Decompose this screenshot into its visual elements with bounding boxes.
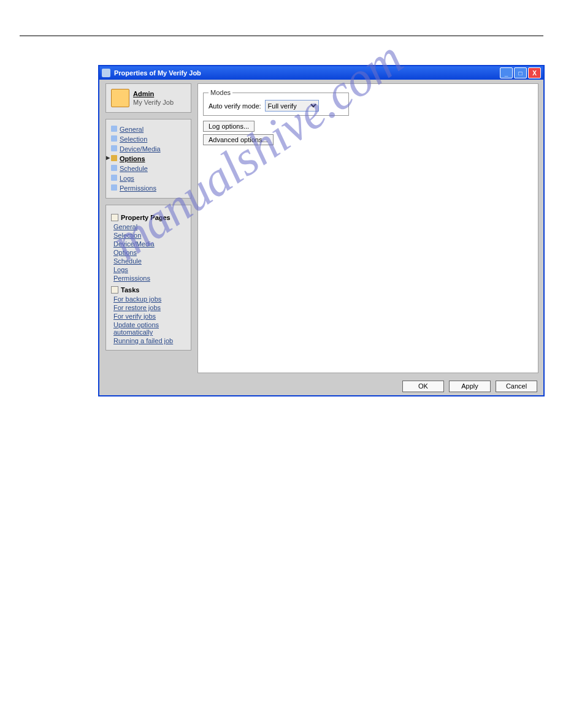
maximize-button[interactable]: □ xyxy=(514,67,527,78)
nav-item-options[interactable]: Options xyxy=(111,154,186,164)
info-panel: Property Pages General Selection Device/… xyxy=(105,205,191,351)
window-title: Properties of My Verify Job xyxy=(114,69,499,77)
nav-link[interactable]: Options xyxy=(120,155,145,162)
tasks-links: For backup jobs For restore jobs For ver… xyxy=(111,295,186,345)
job-name-label: My Verify Job xyxy=(133,99,174,106)
property-pages-heading: Property Pages xyxy=(111,214,186,221)
nav-item-selection[interactable]: Selection xyxy=(111,134,186,144)
pp-link-device-media[interactable]: Device/Media xyxy=(111,240,186,248)
task-link-verify[interactable]: For verify jobs xyxy=(111,312,186,320)
cancel-button[interactable]: Cancel xyxy=(496,381,537,392)
minimize-button[interactable]: _ xyxy=(500,67,513,78)
nav-link[interactable]: Logs xyxy=(120,175,134,182)
nav-panel: General Selection Device/Media Options S… xyxy=(105,119,191,199)
titlebar[interactable]: Properties of My Verify Job _ □ X xyxy=(99,66,543,80)
properties-window: Properties of My Verify Job _ □ X Admin … xyxy=(98,65,545,396)
pp-link-general[interactable]: General xyxy=(111,222,186,231)
pp-link-options[interactable]: Options xyxy=(111,248,186,257)
task-link-update-auto[interactable]: Update options automatically xyxy=(111,320,186,336)
page-rule xyxy=(20,36,543,36)
nav-item-device-media[interactable]: Device/Media xyxy=(111,144,186,154)
nav-link[interactable]: Selection xyxy=(120,135,147,143)
property-pages-links: General Selection Device/Media Options S… xyxy=(111,222,186,282)
auto-verify-select[interactable]: Full verify xyxy=(265,100,319,112)
content-panel: Modes Auto verify mode: Full verify Log … xyxy=(197,83,538,373)
job-icon xyxy=(111,89,129,107)
nav-item-permissions[interactable]: Permissions xyxy=(111,183,186,193)
nav-list: General Selection Device/Media Options S… xyxy=(111,124,186,193)
pp-link-selection[interactable]: Selection xyxy=(111,231,186,240)
pp-link-schedule[interactable]: Schedule xyxy=(111,257,186,265)
window-body: Admin My Verify Job General Selection De… xyxy=(99,80,543,377)
nav-link[interactable]: Schedule xyxy=(120,165,148,172)
close-button[interactable]: X xyxy=(528,67,541,78)
modes-group: Modes Auto verify mode: Full verify xyxy=(203,89,349,116)
pp-link-permissions[interactable]: Permissions xyxy=(111,274,186,282)
advanced-options-button[interactable]: Advanced options... xyxy=(203,134,274,145)
nav-item-general[interactable]: General xyxy=(111,124,186,134)
nav-item-schedule[interactable]: Schedule xyxy=(111,164,186,173)
nav-item-logs[interactable]: Logs xyxy=(111,173,186,183)
nav-link[interactable]: General xyxy=(120,126,144,133)
task-link-failed-job[interactable]: Running a failed job xyxy=(111,336,186,345)
window-icon xyxy=(102,69,110,77)
left-column: Admin My Verify Job General Selection De… xyxy=(105,83,191,357)
log-options-button[interactable]: Log options... xyxy=(203,121,255,132)
apply-button[interactable]: Apply xyxy=(449,381,491,392)
task-link-restore[interactable]: For restore jobs xyxy=(111,303,186,312)
admin-link[interactable]: Admin xyxy=(133,90,174,97)
nav-link[interactable]: Permissions xyxy=(120,184,156,192)
modes-legend: Modes xyxy=(209,89,232,96)
task-link-backup[interactable]: For backup jobs xyxy=(111,295,186,303)
dialog-footer: OK Apply Cancel xyxy=(99,377,543,395)
nav-link[interactable]: Device/Media xyxy=(120,145,161,153)
header-panel: Admin My Verify Job xyxy=(105,83,191,113)
pp-link-logs[interactable]: Logs xyxy=(111,265,186,274)
tasks-heading: Tasks xyxy=(111,286,186,294)
ok-button[interactable]: OK xyxy=(402,381,444,392)
auto-verify-label: Auto verify mode: xyxy=(209,102,261,110)
